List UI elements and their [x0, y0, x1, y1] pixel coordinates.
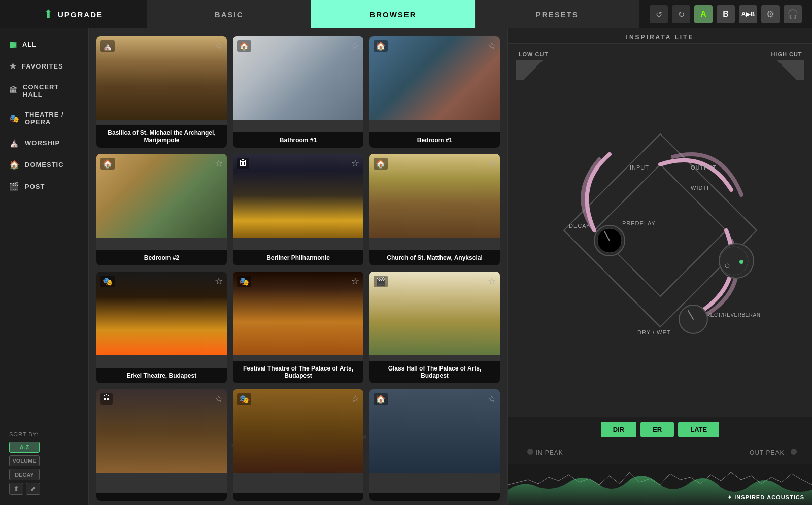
peak-row: IN PEAK OUT PEAK: [518, 445, 802, 459]
sidebar-item-concert-hall[interactable]: 🏛 CONCERT HALL: [0, 77, 88, 105]
plugin-title: INSPIRATA LITE: [508, 28, 812, 44]
inspired-acoustics-label: ✦ INSPIRED ACOUSTICS: [727, 494, 804, 501]
in-peak-dot: [527, 449, 533, 455]
sort-volume-button[interactable]: VOLUME: [9, 455, 40, 466]
card-label: Glass Hall of The Palace of Arts, Budape…: [369, 361, 500, 383]
card-label: Bathroom #1: [233, 132, 363, 148]
ab-button[interactable]: A▶B: [739, 5, 757, 23]
tab-browser[interactable]: BROWSER: [311, 0, 475, 28]
low-cut-control[interactable]: [516, 60, 551, 80]
list-item[interactable]: 🏠 ☆: [369, 389, 500, 501]
list-item[interactable]: 🎭 ☆ Festival Theatre of The Palace of Ar…: [233, 272, 363, 383]
list-item[interactable]: 🏛 ☆: [96, 389, 227, 501]
bottom-controls: DIR ER LATE IN PEAK OUT PEAK: [508, 417, 812, 464]
out-peak-dot: [791, 449, 797, 455]
card-favorite-star[interactable]: ☆: [215, 393, 223, 405]
card-favorite-star[interactable]: ☆: [215, 158, 223, 169]
card-type-icon: 🏠: [374, 393, 388, 405]
tab-presets[interactable]: PRESETS: [476, 0, 639, 28]
redo-button[interactable]: ↻: [672, 5, 690, 23]
in-peak-label: IN PEAK: [535, 449, 563, 456]
er-button[interactable]: ER: [640, 422, 674, 437]
card-type-icon: 🎭: [237, 276, 251, 287]
sidebar-item-post[interactable]: 🎬 POST: [0, 176, 88, 197]
sort-label: SORT BY:: [9, 431, 79, 437]
svg-text:WIDTH: WIDTH: [691, 185, 712, 191]
card-favorite-star[interactable]: ☆: [488, 158, 496, 169]
card-favorite-star[interactable]: ☆: [215, 276, 223, 287]
card-favorite-star[interactable]: ☆: [351, 393, 359, 405]
sort-asc-button[interactable]: ⬍: [9, 483, 23, 495]
card-type-icon: 🏠: [374, 40, 388, 52]
upgrade-section[interactable]: ⬆ UPGRADE: [0, 0, 147, 28]
card-favorite-star[interactable]: ☆: [488, 40, 496, 51]
list-item[interactable]: 🏠 ☆ Bedroom #1: [369, 36, 500, 148]
card-favorite-star[interactable]: ☆: [488, 276, 496, 287]
transport-controls: ↺ ↻ A B A▶B ⚙ 🎧: [639, 0, 812, 28]
mode-buttons: DIR ER LATE: [518, 422, 802, 437]
dir-button[interactable]: DIR: [601, 422, 636, 437]
a-button[interactable]: A: [694, 5, 713, 23]
sidebar-item-worship[interactable]: ⛪ WORSHIP: [0, 132, 88, 154]
sidebar-item-label-theatre-opera: THEATRE / OPERA: [25, 111, 79, 126]
list-item[interactable]: ⛪ ☆ Basilica of St. Michael the Archange…: [96, 36, 227, 148]
reverb-container: LOW CUT HIGH CUT: [508, 44, 812, 417]
worship-icon: ⛪: [9, 138, 20, 148]
high-cut-control[interactable]: [769, 60, 804, 80]
reverb-diamond-svg: INPUT OUTPUT WIDTH DECAY PREDELAY DISTAN…: [544, 124, 777, 337]
list-item[interactable]: 🎭 ☆: [233, 389, 363, 501]
list-item[interactable]: 🎭 ☆ Erkel Theatre, Budapest: [96, 272, 227, 383]
list-item[interactable]: 🏠 ☆ Bedroom #2: [96, 154, 227, 265]
settings-button[interactable]: ⚙: [761, 5, 780, 23]
sort-decay-button[interactable]: DECAY: [9, 469, 40, 480]
card-type-icon: 🎬: [374, 276, 388, 287]
acoustics-text: ACOUSTICS: [767, 494, 804, 500]
sort-desc-button[interactable]: ⬋: [26, 483, 40, 495]
theatre-icon: 🎭: [9, 114, 20, 123]
sidebar-item-label-worship: WORSHIP: [25, 139, 60, 147]
list-item[interactable]: 🏛 ☆ Berliner Philharmonie: [233, 154, 363, 265]
card-favorite-star[interactable]: ☆: [488, 393, 496, 405]
plugin-edition: LITE: [674, 33, 694, 41]
svg-point-14: [720, 247, 748, 275]
low-cut-label: LOW CUT: [519, 51, 548, 57]
sidebar-item-favorites[interactable]: ★ FAVORITES: [0, 55, 88, 77]
card-type-icon: 🎭: [237, 393, 251, 405]
headphone-button[interactable]: 🎧: [784, 5, 802, 23]
card-label: [233, 493, 363, 501]
sidebar-item-all[interactable]: ▦ ALL: [0, 33, 88, 55]
star-icon: ★: [9, 61, 17, 71]
undo-button[interactable]: ↺: [650, 5, 668, 23]
home-icon: 🏠: [9, 160, 20, 170]
card-favorite-star[interactable]: ☆: [351, 276, 359, 287]
card-label: Berliner Philharmonie: [233, 250, 363, 265]
svg-text:DRY / WET: DRY / WET: [637, 329, 670, 335]
main-layout: ▦ ALL ★ FAVORITES 🏛 CONCERT HALL 🎭 THEAT…: [0, 28, 812, 505]
svg-text:INPUT: INPUT: [630, 164, 649, 171]
svg-text:DIRECT/REVERBERANT: DIRECT/REVERBERANT: [701, 312, 764, 318]
b-button[interactable]: B: [717, 5, 735, 23]
card-favorite-star[interactable]: ☆: [351, 40, 359, 51]
card-favorite-star[interactable]: ☆: [215, 40, 223, 51]
sidebar-item-label-concert-hall: CONCERT HALL: [23, 83, 79, 98]
card-label: Church of St. Matthew, Anyksciai: [369, 250, 500, 265]
high-cut-label: HIGH CUT: [771, 51, 802, 57]
tab-bar: BASIC BROWSER PRESETS: [147, 0, 639, 28]
card-label: Festival Theatre of The Palace of Arts, …: [233, 361, 363, 383]
sidebar-item-theatre-opera[interactable]: 🎭 THEATRE / OPERA: [0, 105, 88, 132]
sidebar-item-domestic[interactable]: 🏠 DOMESTIC: [0, 154, 88, 176]
tab-basic[interactable]: BASIC: [147, 0, 311, 28]
sort-az-button[interactable]: A-Z: [9, 442, 40, 453]
card-type-icon: 🎭: [100, 276, 115, 287]
card-label: Erkel Theatre, Budapest: [96, 368, 227, 383]
list-item[interactable]: 🏠 ☆ Church of St. Matthew, Anyksciai: [369, 154, 500, 265]
sidebar: ▦ ALL ★ FAVORITES 🏛 CONCERT HALL 🎭 THEAT…: [0, 28, 89, 505]
svg-text:DECAY: DECAY: [569, 223, 590, 229]
upgrade-label: UPGRADE: [58, 10, 103, 19]
late-button[interactable]: LATE: [678, 422, 719, 437]
list-item[interactable]: 🏠 ☆ Bathroom #1: [233, 36, 363, 148]
card-favorite-star[interactable]: ☆: [351, 158, 359, 169]
list-item[interactable]: 🎬 ☆ Glass Hall of The Palace of Arts, Bu…: [369, 272, 500, 383]
sidebar-item-label-all: ALL: [22, 41, 37, 48]
right-panel: INSPIRATA LITE LOW CUT HIGH CUT: [507, 28, 812, 505]
